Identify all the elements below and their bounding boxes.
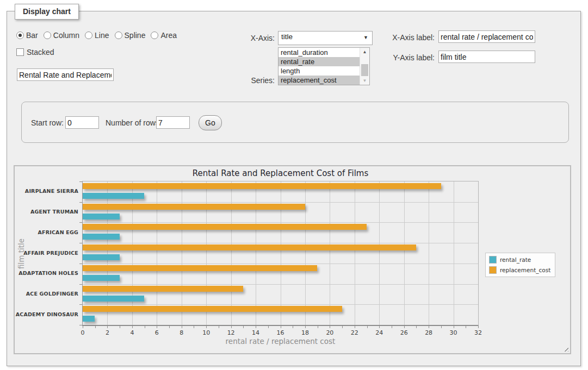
x-tick-mark [206,326,207,328]
gridline-horizontal [83,222,478,223]
chart-type-option-label: Bar [26,31,38,40]
gridline-vertical [379,181,380,325]
radio-icon[interactable] [44,32,51,39]
radio-icon[interactable] [151,32,158,39]
series-option-rental_rate[interactable]: rental_rate [278,57,360,66]
x-tick-mark [454,326,454,328]
legend-label: rental_rate [500,256,531,263]
gridline-horizontal [83,264,478,264]
stacked-checkbox[interactable] [16,48,24,56]
x-tick-mark [182,326,182,328]
x-tick-mark [367,326,368,328]
y-axis-label-input[interactable] [438,51,535,63]
x-tick-mark [243,326,244,328]
x-tick-label: 10 [195,329,217,336]
radio-icon[interactable] [85,32,92,39]
chevron-down-icon: ▼ [363,35,368,40]
series-option-replacement_cost[interactable]: replacement_cost [278,76,360,85]
x-tick-label: 12 [220,329,242,336]
chart-type-option-area[interactable]: Area [151,31,177,40]
gridline-vertical [305,181,306,325]
bar-rental_rate [83,275,120,281]
bar-rental_rate [83,193,144,199]
gridline-vertical [231,181,232,325]
bar-replacement_cost [83,306,342,312]
row-controls-box: Start row: Number of rows: Go [21,102,569,143]
gridline-vertical [429,181,429,325]
chart-type-option-label: Area [160,31,177,40]
bar-replacement_cost [83,204,305,210]
x-tick-label: 8 [171,329,193,336]
x-tick-label: 18 [294,329,316,336]
category-label: AFRICAN EGG [15,229,78,235]
legend-item: rental_rate [489,256,550,264]
x-tick-mark [256,326,256,328]
bar-replacement_cost [83,286,243,292]
category-label: AGENT TRUMAN [15,209,78,215]
x-tick-mark [305,326,306,328]
gridline-vertical [157,181,157,325]
category-label: AFFAIR PREJUDICE [15,250,78,256]
series-scrollbar[interactable]: ▲ ▼ [360,48,369,85]
chart-panel: Rental Rate and Replacement Cost of Film… [14,165,571,354]
chart-type-option-bar[interactable]: Bar [16,31,38,40]
chart-type-option-column[interactable]: Column [44,31,79,40]
x-tick-mark [404,326,405,328]
y-tick-mark [79,222,82,223]
start-row-label: Start row: [31,118,64,127]
bar-rental_rate [83,316,95,322]
x-tick-mark [466,326,466,328]
x-tick-label: 14 [245,329,267,336]
x-axis-select[interactable]: title ▼ [278,31,373,45]
chart-type-option-label: Spline [125,31,146,40]
x-tick-mark [194,326,194,328]
legend-label: replacement_cost [500,267,550,273]
x-axis-label-input[interactable] [438,30,535,43]
x-axis-select-value: title [281,33,293,41]
gridline-vertical [132,181,133,325]
gridline-vertical [355,181,355,325]
number-of-rows-input[interactable] [156,116,190,129]
scroll-down-icon[interactable]: ▼ [360,77,369,85]
x-tick-mark [132,326,133,328]
chart-type-radios: BarColumnLineSplineArea [16,31,177,40]
x-tick-label: 0 [72,329,94,336]
fieldset-legend: Display chart [15,4,79,20]
x-tick-label: 4 [121,329,143,336]
bar-rental_rate [83,296,144,302]
x-tick-label: 28 [418,329,440,336]
radio-icon[interactable] [16,32,24,39]
series-select-label: Series: [224,76,275,85]
category-label: ADAPTATION HOLES [15,270,78,276]
start-row-input[interactable] [65,116,99,129]
series-listbox[interactable]: rental_durationrental_ratelengthreplacem… [278,47,370,85]
chart-type-option-spline[interactable]: Spline [115,31,146,40]
go-button[interactable]: Go [199,115,222,130]
gridline-horizontal [83,243,478,243]
y-tick-mark [79,202,82,203]
legend-swatch [489,256,497,264]
chart-title-input[interactable] [17,68,114,81]
y-tick-mark [79,181,82,182]
gridline-vertical [182,181,182,325]
x-tick-label: 22 [344,329,366,336]
scroll-up-icon[interactable]: ▲ [360,48,369,56]
scrollbar-thumb[interactable] [361,64,368,76]
x-tick-label: 30 [443,329,465,336]
bar-replacement_cost [83,224,367,230]
series-option-length[interactable]: length [278,66,360,76]
x-tick-mark [478,326,479,328]
resize-handle-icon[interactable] [562,346,568,352]
series-option-rental_duration[interactable]: rental_duration [278,48,360,57]
x-tick-mark [355,326,355,328]
y-tick-mark [79,284,82,285]
x-tick-mark [330,326,330,328]
gridline-vertical [404,181,405,325]
chart-type-option-line[interactable]: Line [85,31,109,40]
x-tick-mark [219,326,219,328]
radio-icon[interactable] [115,32,122,39]
x-tick-label: 20 [319,329,341,336]
stacked-checkbox-row[interactable]: Stacked [16,48,54,57]
legend-item: replacement_cost [489,266,550,274]
x-axis-select-label: X-Axis: [224,34,275,42]
